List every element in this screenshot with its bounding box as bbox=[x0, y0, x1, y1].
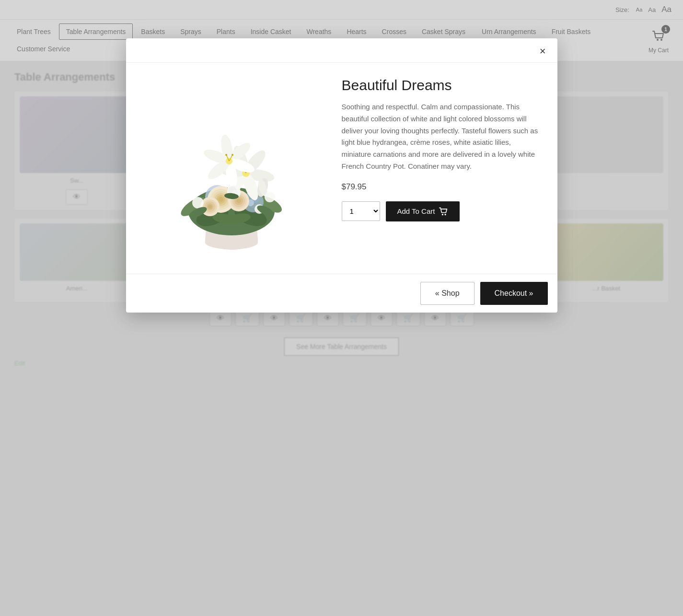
svg-point-49 bbox=[219, 197, 223, 202]
modal-overlay: × bbox=[0, 0, 683, 616]
modal-image-area bbox=[140, 77, 323, 259]
modal-body: Beautiful Dreams Soothing and respectful… bbox=[126, 63, 557, 274]
shop-button[interactable]: « Shop bbox=[420, 282, 475, 305]
modal-close-button[interactable]: × bbox=[538, 46, 548, 57]
svg-point-54 bbox=[236, 198, 241, 203]
add-to-cart-button[interactable]: Add To Cart bbox=[386, 201, 460, 221]
svg-point-69 bbox=[442, 213, 443, 215]
modal-info: Beautiful Dreams Soothing and respectful… bbox=[342, 77, 538, 221]
product-image bbox=[150, 77, 313, 259]
modal-add-row: 1 2 3 4 5 Add To Cart bbox=[342, 201, 538, 221]
svg-point-70 bbox=[445, 213, 446, 215]
modal-product-title: Beautiful Dreams bbox=[342, 77, 538, 93]
svg-point-59 bbox=[208, 205, 212, 209]
modal-description: Soothing and respectful. Calm and compas… bbox=[342, 101, 538, 173]
modal-price: $79.95 bbox=[342, 182, 538, 192]
svg-point-64 bbox=[265, 192, 275, 202]
product-modal: × bbox=[126, 38, 557, 313]
checkout-button[interactable]: Checkout » bbox=[480, 282, 548, 305]
svg-point-41 bbox=[225, 154, 227, 156]
svg-point-40 bbox=[232, 154, 233, 156]
modal-header: × bbox=[126, 38, 557, 63]
cart-icon-modal bbox=[439, 207, 448, 216]
modal-footer: « Shop Checkout » bbox=[126, 274, 557, 313]
quantity-select[interactable]: 1 2 3 4 5 bbox=[342, 201, 380, 221]
svg-point-63 bbox=[192, 197, 204, 209]
